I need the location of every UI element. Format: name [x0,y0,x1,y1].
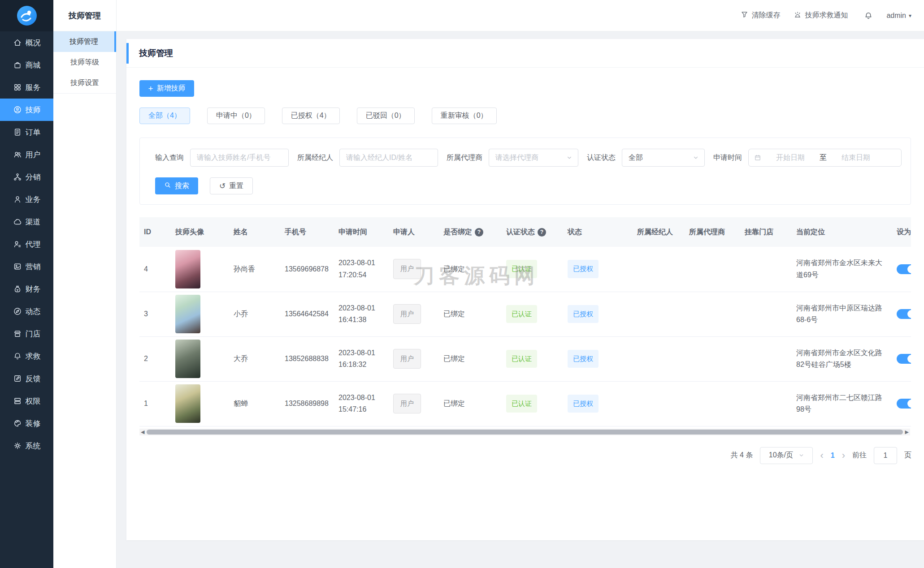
toggle-knob [907,355,911,363]
cell-applicant: 用户 [389,381,439,426]
tab-all[interactable]: 全部（4） [139,108,190,124]
col-header-label: 所属代理商 [689,228,725,237]
scroll-left-arrow-icon[interactable]: ◀ [141,430,144,435]
sidebar-item-updates[interactable]: 动态 [0,300,53,323]
cell-id: 3 [139,292,171,336]
sidebar-item-services[interactable]: 服务 [0,76,53,99]
sidebar-item-marketing[interactable]: 营销 [0,255,53,278]
search-button[interactable]: 搜索 [155,177,198,194]
add-technician-label: 新增技师 [157,84,186,93]
col-header-store: 挂靠门店 [740,217,792,247]
sidebar-item-permissions[interactable]: 权限 [0,390,53,412]
applicant-tag[interactable]: 用户 [393,259,421,279]
clear-cache-button[interactable]: 清除缓存 [741,11,780,20]
sidebar-item-label: 商城 [26,60,41,70]
agency-select-placeholder: 请选择代理商 [495,153,538,163]
sidebar-item-system[interactable]: 系统 [0,435,53,457]
col-header-agency: 所属代理商 [685,217,740,247]
auth-status-select[interactable]: 全部 [622,149,705,167]
sidebar-item-technicians[interactable]: 技师 [0,99,53,121]
col-header-label: 手机号 [285,228,306,237]
start-date-input[interactable] [764,154,817,162]
search-label: 搜索 [175,181,189,191]
recommend-toggle[interactable] [897,354,911,364]
scroll-right-arrow-icon[interactable]: ▶ [905,430,909,435]
submenu-item-tech-level[interactable]: 技师等级 [53,52,116,73]
submenu-item-tech-setting[interactable]: 技师设置 [53,73,116,93]
sidebar-item-users[interactable]: 用户 [0,143,53,166]
sidebar-item-business[interactable]: 业务 [0,188,53,211]
sidebar-item-label: 反馈 [26,374,41,384]
end-date-input[interactable] [829,154,882,162]
sidebar-item-channels[interactable]: 渠道 [0,211,53,233]
sidebar-item-orders[interactable]: 订单 [0,121,53,143]
permissions-icon [13,396,22,405]
content-area: 技师管理 + 新增技师 全部（4）申请中（0）已授权（4）已驳回（0）重新审核（… [117,31,924,568]
status-badge: 已授权 [568,350,599,368]
horizontal-scrollbar[interactable]: ◀ ▶ [139,429,910,435]
sidebar-item-label: 渠道 [26,217,41,227]
scrollbar-thumb[interactable] [147,430,903,435]
tab-recheck[interactable]: 重新审核（0） [432,108,497,124]
cell-auth: 已认证 [502,247,563,292]
applicant-tag[interactable]: 用户 [393,394,421,414]
col-header-phone: 手机号 [280,217,334,247]
cell-name: 孙尚香 [229,247,280,292]
col-header-label: 是否绑定 [443,228,472,237]
calendar-icon [754,154,761,161]
sidebar-item-distribution[interactable]: 分销 [0,166,53,188]
agency-select[interactable]: 请选择代理商 [489,149,578,167]
toggle-knob [907,265,911,273]
sidebar-item-mall[interactable]: 商城 [0,54,53,76]
status-tabs: 全部（4）申请中（0）已授权（4）已驳回（0）重新审核（0） [139,108,924,124]
total-count-label: 共 4 条 [731,451,753,460]
technician-table: ID技师头像姓名手机号申请时间申请人是否绑定?认证状态?状态所属经纪人所属代理商… [139,217,911,426]
recommend-toggle[interactable] [897,264,911,274]
prev-page-button[interactable]: ‹ [820,451,823,460]
sidebar-item-feedback[interactable]: 反馈 [0,367,53,390]
tab-approved[interactable]: 已授权（4） [282,108,340,124]
sidebar-item-label: 装修 [26,418,41,429]
chevron-down-icon [566,155,573,161]
sidebar-item-overview[interactable]: 概况 [0,31,53,54]
funnel-icon [741,11,748,20]
cell-bound: 已绑定 [439,292,502,336]
add-technician-button[interactable]: + 新增技师 [139,80,194,97]
sidebar-item-decoration[interactable]: 装修 [0,412,53,435]
filter-panel: 输入查询 所属经纪人 所属代理商 请选择代理商 [139,138,911,205]
next-page-button[interactable]: › [842,451,845,460]
sos-notice-button[interactable]: 技师求救通知 [794,11,848,21]
recommend-toggle[interactable] [897,399,911,409]
col-header-id: ID [139,217,171,247]
cell-store [740,381,792,426]
cell-agency [685,292,740,336]
goto-page-input[interactable] [874,447,897,464]
sidebar-item-sos[interactable]: 求救 [0,345,53,367]
recommend-toggle[interactable] [897,309,911,319]
keyword-label: 输入查询 [155,153,184,163]
applicant-tag[interactable]: 用户 [393,304,421,324]
user-menu[interactable]: admin ▾ [886,12,911,20]
page-number-1[interactable]: 1 [831,452,835,460]
page-size-select[interactable]: 10条/页 [760,447,813,464]
help-icon[interactable]: ? [475,228,483,237]
channels-icon [13,217,22,226]
col-header-location: 当前定位 [792,217,892,247]
reset-button[interactable]: ↺ 重置 [210,177,253,194]
keyword-input[interactable] [190,149,289,167]
cell-status: 已授权 [563,381,633,426]
notification-bell-icon[interactable] [864,11,873,20]
broker-input[interactable] [339,149,438,167]
cell-bound: 已绑定 [439,336,502,381]
sidebar-item-finance[interactable]: 财务 [0,278,53,300]
auth-status-label: 认证状态 [587,153,616,163]
sidebar-item-stores[interactable]: 门店 [0,323,53,345]
apply-time-range-picker[interactable]: 至 [748,149,902,167]
sidebar-item-agents[interactable]: 代理 [0,233,53,255]
tab-rejected[interactable]: 已驳回（0） [357,108,415,124]
tab-applying[interactable]: 申请中（0） [207,108,265,124]
applicant-tag[interactable]: 用户 [393,349,421,369]
help-icon[interactable]: ? [538,228,546,237]
cell-status: 已授权 [563,336,633,381]
submenu-item-tech-manage[interactable]: 技师管理 [53,31,116,52]
